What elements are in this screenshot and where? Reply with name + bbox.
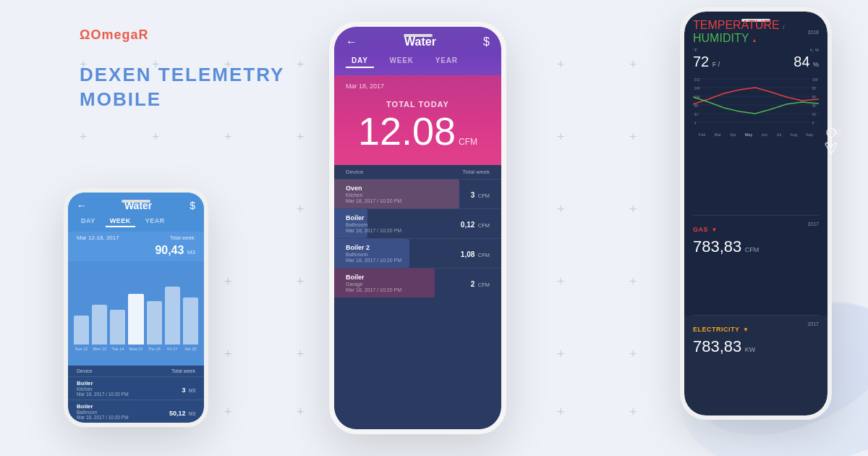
pr-elec-year: 2017 xyxy=(807,321,819,334)
pl-header: ← Water $ xyxy=(68,193,204,216)
pl-amount-row: 90,43 M3 xyxy=(68,244,204,261)
pl-total-label: Total week: xyxy=(170,235,195,240)
pc-device-header: Device Total week xyxy=(334,165,501,179)
pl-device-list: Boiler Kitchen Mar 18, 2017 / 10:20 PM 3… xyxy=(68,376,204,423)
pr-unit-left: °F xyxy=(693,48,697,52)
pl-device-value: 50,12 xyxy=(169,410,186,417)
pl-bar-label: Thu 16 xyxy=(148,347,161,351)
pc-tab-day[interactable]: DAY xyxy=(346,54,374,68)
svg-text:140: 140 xyxy=(694,87,700,90)
tagline-line1: DEXEN TELEMETRY xyxy=(80,63,284,88)
svg-point-0 xyxy=(827,128,835,137)
pr-hum-value-group: 84 % xyxy=(793,54,819,70)
phone-center: ← Water $ DAY WEEK YEAR Mar 18, 2017 TOT… xyxy=(329,22,506,434)
pl-device-value: 3 xyxy=(182,387,186,394)
pl-bar-item: Sun 12 xyxy=(74,316,89,351)
pc-device-value-group: 3 CFM xyxy=(471,187,490,200)
pl-bar-item: Mon 13 xyxy=(92,305,107,351)
pr-month-jun: Jun xyxy=(761,132,767,137)
pr-elec-label: ELECTRICITY xyxy=(693,326,740,333)
pc-device-name: Boiler xyxy=(346,214,401,221)
pl-tab-week[interactable]: WEEK xyxy=(106,216,135,227)
svg-text:60: 60 xyxy=(812,96,816,99)
pr-temp-value: 72 xyxy=(693,54,709,69)
pr-month-jul: Jul xyxy=(776,132,781,137)
pl-date: Mar 12-18, 2017 xyxy=(77,235,119,241)
pr-elec-header: ELECTRICITY ▼ 2017 xyxy=(693,321,819,334)
pl-bar xyxy=(110,310,125,345)
pc-device-info: Oven Kitchen Mar 18, 2017 / 10:20 PM xyxy=(346,185,401,203)
pc-tab-week[interactable]: WEEK xyxy=(384,54,420,68)
pl-back-button[interactable]: ← xyxy=(77,200,87,211)
pl-device-sub: Bathroom xyxy=(77,410,129,415)
pc-main-display: Mar 18, 2017 TOTAL TODAY 12.08 CFM xyxy=(334,75,501,165)
pr-elec-value-row: 783,83 KW xyxy=(693,337,819,356)
pl-bar-item: Tue 14 xyxy=(110,310,125,351)
pr-gas-arrow: ▼ xyxy=(711,227,717,233)
pr-elec-arrow: ▼ xyxy=(743,326,749,333)
pc-value-row: 12.08 CFM xyxy=(346,111,490,151)
pl-device-date: Mar 18, 2017 / 10:20 PM xyxy=(77,415,129,420)
pl-tab-day[interactable]: DAY xyxy=(77,216,100,227)
pl-device-item: Boiler Bathroom Mar 18, 2017 / 10:20 PM … xyxy=(68,400,204,423)
phone-left: ← Water $ DAY WEEK YEAR Mar 12-18, 2017 … xyxy=(64,188,208,427)
pl-tab-year[interactable]: YEAR xyxy=(141,216,169,227)
pr-arrow-up: ▲ xyxy=(752,38,757,43)
pl-bar-label: Fri 17 xyxy=(167,347,177,351)
pr-elec-unit: KW xyxy=(745,346,756,353)
pr-temperature-section: TEMPERATURE / HUMIDITY ▲ 2018 °F h, % 72… xyxy=(684,12,827,215)
pl-device-header: Device Total week xyxy=(68,366,204,376)
pl-device-col: Device xyxy=(77,368,92,373)
logo-text: OmegaR xyxy=(90,28,148,42)
pc-device-unit: CFM xyxy=(478,252,490,258)
pl-bar-item: Fri 17 xyxy=(165,287,180,351)
svg-text:0: 0 xyxy=(812,122,814,125)
pl-bar-label: Tue 14 xyxy=(111,347,124,351)
pc-total-value: 12.08 xyxy=(358,111,456,151)
pl-device-name: Boiler xyxy=(77,403,129,410)
pc-total-label: TOTAL TODAY xyxy=(346,100,490,109)
tagline-line2: MOBILE xyxy=(80,88,284,112)
pr-gas-label: GAS xyxy=(693,226,708,233)
pl-device-sub: Kitchen xyxy=(77,387,129,392)
pl-dollar-icon[interactable]: $ xyxy=(190,200,195,211)
pc-total-week-col: Total week xyxy=(462,169,490,175)
pc-device-item: Oven Kitchen Mar 18, 2017 / 10:20 PM 3 C… xyxy=(334,179,501,208)
pl-total-col: Total week xyxy=(171,368,195,373)
pl-bar-label: Wed 15 xyxy=(129,347,143,351)
pl-device-info: Boiler Bathroom Mar 18, 2017 / 10:20 PM xyxy=(77,403,129,420)
svg-text:4: 4 xyxy=(694,122,697,125)
pr-gas-section: GAS ▼ 2017 783,83 CFM xyxy=(684,216,827,314)
pr-temperature-chart: 212 140 104 68 32 4 100 80 60 40 20 0 xyxy=(693,72,819,130)
svg-text:32: 32 xyxy=(694,113,698,117)
svg-text:20: 20 xyxy=(812,113,816,117)
pl-device-item: Boiler Kitchen Mar 18, 2017 / 10:20 PM 3… xyxy=(68,376,204,400)
pc-device-date: Mar 18, 2017 / 10:20 PM xyxy=(346,198,401,203)
pc-device-date: Mar 18, 2017 / 10:20 PM xyxy=(346,287,401,292)
pr-gas-header: GAS ▼ 2017 xyxy=(693,221,819,235)
pr-month-apr: Apr xyxy=(730,132,736,137)
pr-month-may: May xyxy=(745,132,752,137)
pr-month-feb: Feb xyxy=(699,132,705,137)
pl-bar-label: Mon 13 xyxy=(93,347,106,351)
pl-date-row: Mar 12-18, 2017 Total week: xyxy=(68,232,204,244)
tagline: DEXEN TELEMETRY MOBILE xyxy=(80,63,284,112)
pc-tab-year[interactable]: YEAR xyxy=(430,54,464,68)
pl-device-info: Boiler Kitchen Mar 18, 2017 / 10:20 PM xyxy=(77,380,129,397)
header: ΩOmegaR DEXEN TELEMETRY MOBILE xyxy=(80,28,284,112)
pc-device-name: Boiler 2 xyxy=(346,244,401,251)
pc-device-sub: Bathroom xyxy=(346,252,401,257)
pc-title: Water xyxy=(404,35,436,48)
phone-center-speaker xyxy=(404,34,433,37)
pl-device-date: Mar 18, 2017 / 10:20 PM xyxy=(77,392,129,397)
pr-electricity-section: ELECTRICITY ▼ 2017 783,83 KW xyxy=(684,316,827,415)
pc-device-unit: CFM xyxy=(478,282,490,288)
pr-hum-value: 84 xyxy=(793,54,809,69)
touch-pointer-icon xyxy=(820,127,843,156)
pc-date: Mar 18, 2017 xyxy=(346,83,490,90)
pc-tabs: DAY WEEK YEAR xyxy=(334,54,501,75)
pr-month-labels: Feb Mar Apr May Jun Jul Aug Sep xyxy=(693,132,819,137)
pc-dollar-icon[interactable]: $ xyxy=(483,35,490,48)
pc-back-button[interactable]: ← xyxy=(346,35,357,48)
pr-hum-sub: % xyxy=(813,61,819,68)
